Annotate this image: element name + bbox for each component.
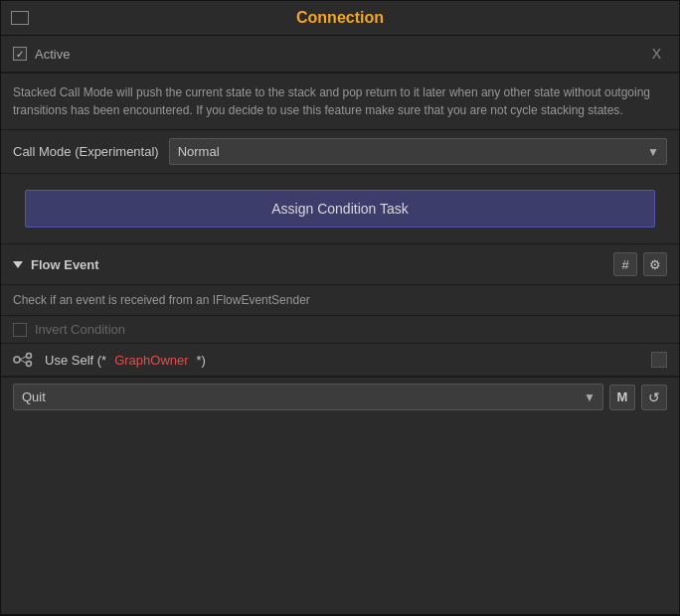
quit-select[interactable]: Quit Continue (13, 384, 603, 410)
svg-line-3 (20, 357, 27, 361)
flow-event-header: Flow Event # ⚙ (1, 243, 679, 285)
invert-condition-row: Invert Condition (1, 316, 679, 344)
active-row: Active X (1, 36, 679, 73)
assign-btn-container: Assign Condition Task (1, 174, 679, 243)
connection-window: Connection Active X Stacked Call Mode wi… (0, 0, 680, 616)
assign-condition-task-button[interactable]: Assign Condition Task (25, 190, 655, 228)
active-checkbox[interactable] (13, 47, 27, 61)
use-self-checkbox[interactable] (651, 352, 667, 368)
node-graph-icon (13, 352, 33, 368)
graph-owner-text: GraphOwner (114, 353, 188, 368)
invert-checkbox[interactable] (13, 323, 27, 337)
call-mode-select-wrapper: Normal Stacked ▼ (169, 138, 667, 165)
svg-line-4 (20, 360, 27, 364)
close-button[interactable]: X (646, 44, 667, 64)
bottom-select-wrapper: Quit Continue ▼ (13, 384, 603, 410)
use-self-suffix: *) (197, 353, 206, 368)
window-icon (11, 11, 29, 25)
svg-point-0 (14, 357, 20, 363)
use-self-prefix: Use Self (* (45, 353, 106, 368)
call-mode-label: Call Mode (Experimental) (13, 144, 159, 159)
info-text: Stacked Call Mode will push the current … (1, 74, 679, 130)
bottom-divider (1, 614, 679, 615)
collapse-triangle-icon[interactable] (13, 261, 23, 268)
m-button[interactable]: M (609, 385, 635, 410)
window-title: Connection (296, 9, 384, 27)
hash-icon-button[interactable]: # (613, 252, 637, 276)
invert-condition-label: Invert Condition (35, 322, 125, 337)
flow-event-label: Flow Event (31, 257, 99, 272)
content-area: Active X Stacked Call Mode will push the… (1, 36, 679, 615)
call-mode-select[interactable]: Normal Stacked (169, 138, 667, 165)
gear-icon-button[interactable]: ⚙ (643, 252, 667, 276)
use-self-row: Use Self (* GraphOwner *) (1, 344, 679, 377)
flow-event-description: Check if an event is received from an IF… (1, 285, 679, 316)
bottom-row: Quit Continue ▼ M ↺ (1, 377, 679, 416)
refresh-button[interactable]: ↺ (641, 385, 667, 410)
svg-point-1 (27, 354, 32, 359)
flow-event-icons: # ⚙ (613, 252, 667, 276)
title-bar: Connection (1, 1, 679, 36)
active-label: Active (35, 47, 70, 62)
use-self-icon (13, 352, 33, 368)
call-mode-row: Call Mode (Experimental) Normal Stacked … (1, 130, 679, 174)
svg-point-2 (27, 362, 32, 367)
